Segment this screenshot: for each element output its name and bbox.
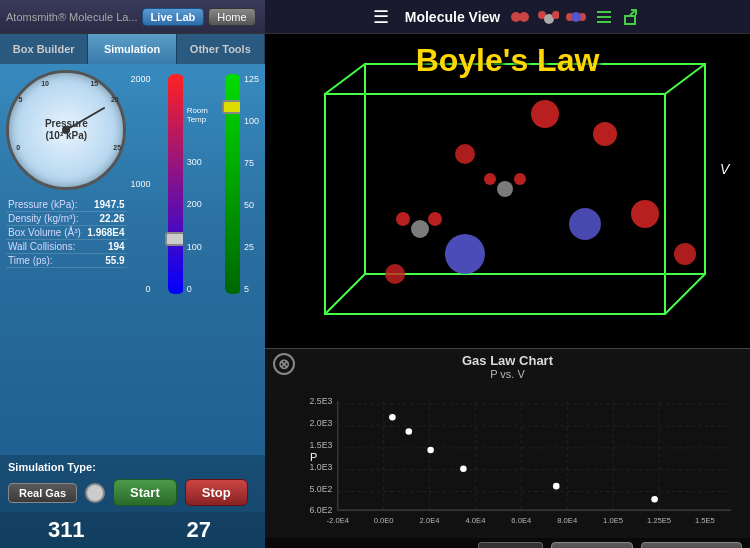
molecule-view: Boyle's Law (265, 34, 750, 548)
chart-overlay: ⊗ Gas Law Chart P vs. V 6.0E2 5.0E2 (265, 348, 750, 548)
chart-subtitle: P vs. V (462, 368, 553, 380)
stats-label: Pressure (kPa): (8, 199, 77, 210)
sim-toggle[interactable] (85, 483, 105, 503)
svg-text:1.0E5: 1.0E5 (603, 516, 623, 525)
svg-point-28 (411, 220, 429, 238)
home-button[interactable]: Home (208, 8, 255, 26)
stop-button[interactable]: Stop (185, 479, 248, 506)
boyles-law-title: Boyle's Law (416, 42, 600, 79)
top-bar: Atomsmith® Molecule La... Live Lab Home … (0, 0, 750, 34)
stats-row: Pressure (kPa):1947.5 (6, 198, 127, 212)
svg-point-69 (553, 483, 560, 490)
molecule-icon-1[interactable] (508, 5, 532, 29)
svg-point-68 (460, 465, 467, 472)
gauge-tick-5: 5 (18, 96, 22, 103)
svg-rect-10 (597, 21, 611, 23)
molecule-icon-3[interactable] (564, 5, 588, 29)
chart-header: ⊗ Gas Law Chart P vs. V (265, 349, 750, 384)
svg-point-23 (631, 200, 659, 228)
svg-point-1 (519, 12, 529, 22)
start-button[interactable]: Start (113, 479, 177, 506)
svg-text:1.5E5: 1.5E5 (695, 516, 715, 525)
chart-title-block: Gas Law Chart P vs. V (462, 353, 553, 380)
bottom-controls: Simulation Type: Real Gas Start Stop (0, 455, 265, 512)
svg-text:2.0E4: 2.0E4 (420, 516, 441, 525)
gauge-center-dot (62, 126, 70, 134)
stats-row: Time (ps):55.9 (6, 254, 127, 268)
top-bar-left: Atomsmith® Molecule La... Live Lab Home (0, 0, 265, 33)
plot-point-button[interactable]: Plot a Point (551, 542, 634, 548)
real-gas-button[interactable]: Real Gas (8, 483, 77, 503)
svg-point-25 (385, 264, 405, 284)
sim-type-label: Simulation Type: (8, 461, 96, 473)
bottom-number-left: 311 (0, 512, 133, 548)
stats-label: Box Volume (Å³) (8, 227, 81, 238)
box-scale-col: 125 100 75 50 25 5 (242, 74, 259, 294)
gauge-tick-20: 20 (111, 96, 119, 103)
svg-text:1.5E3: 1.5E3 (309, 440, 332, 450)
bottom-numbers: 311 27 (0, 512, 265, 548)
start-stop-row: Real Gas Start Stop (8, 479, 257, 506)
svg-point-21 (593, 122, 617, 146)
svg-text:2.5E3: 2.5E3 (309, 396, 332, 406)
tab-box-builder[interactable]: Box Builder (0, 34, 88, 64)
svg-point-7 (571, 12, 581, 22)
hamburger-icon[interactable]: ☰ (365, 6, 397, 28)
sim-type-row: Simulation Type: (8, 461, 257, 473)
stats-label: Wall Collisions: (8, 241, 75, 252)
export-icon[interactable] (620, 5, 644, 29)
gauge-tick-15: 15 (90, 80, 98, 87)
svg-text:0.0E0: 0.0E0 (374, 516, 394, 525)
temp-slider-thumb[interactable] (165, 232, 183, 246)
svg-text:1.0E3: 1.0E3 (309, 462, 332, 472)
stats-value: 194 (108, 241, 125, 252)
top-icons (508, 5, 644, 29)
svg-rect-35 (305, 390, 742, 532)
chart-title: Gas Law Chart (462, 353, 553, 368)
svg-text:8.0E4: 8.0E4 (557, 516, 578, 525)
stats-row: Wall Collisions:194 (6, 240, 127, 254)
svg-point-29 (396, 212, 410, 226)
chart-svg: 6.0E2 5.0E2 1.0E3 1.5E3 2.0E3 2.5E3 -2.0… (305, 388, 742, 534)
plot-type-select[interactable]: P vs. V (478, 542, 543, 548)
stats-value: 1.968E4 (87, 227, 124, 238)
svg-rect-11 (625, 16, 635, 24)
clear-chart-button[interactable]: Clear the Chart (641, 542, 742, 548)
svg-point-67 (427, 447, 434, 454)
tab-other-tools[interactable]: Other Tools (177, 34, 265, 64)
svg-text:P: P (310, 451, 317, 463)
molecule-view-title: Molecule View (405, 9, 500, 25)
list-icon[interactable] (592, 5, 616, 29)
stats-value: 55.9 (105, 255, 124, 266)
chart-area: 6.0E2 5.0E2 1.0E3 1.5E3 2.0E3 2.5E3 -2.0… (265, 384, 750, 538)
gauge-tick-25: 25 (113, 144, 121, 151)
live-lab-button[interactable]: Live Lab (142, 8, 205, 26)
svg-text:-2.0E4: -2.0E4 (327, 516, 350, 525)
sim-content: Pressure (10² kPa) 0 5 10 15 20 25 Press… (0, 64, 265, 455)
gauge-tick-10: 10 (41, 80, 49, 87)
right-panel: Boyle's Law (265, 34, 750, 548)
top-bar-center: ☰ Molecule View (265, 5, 750, 29)
chart-close-button[interactable]: ⊗ (273, 353, 295, 375)
svg-text:6.0E4: 6.0E4 (511, 516, 532, 525)
stats-table: Pressure (kPa):1947.5Density (kg/m³):22.… (6, 198, 127, 268)
pressure-gauge: Pressure (10² kPa) 0 5 10 15 20 25 (6, 70, 126, 190)
tab-simulation[interactable]: Simulation (88, 34, 176, 64)
svg-point-66 (406, 428, 413, 435)
svg-text:1.25E5: 1.25E5 (647, 516, 671, 525)
stats-value: 22.26 (100, 213, 125, 224)
stats-row: Box Volume (Å³)1.968E4 (6, 226, 127, 240)
svg-point-24 (674, 243, 696, 265)
stats-label: Time (ps): (8, 255, 53, 266)
svg-point-22 (455, 144, 475, 164)
stats-label: Density (kg/m³): (8, 213, 79, 224)
temp-scale-col: 2000 1000 0 (131, 74, 151, 294)
box-slider-thumb[interactable] (222, 100, 240, 114)
box-slider-track (225, 74, 240, 294)
gauge-section: Pressure (10² kPa) 0 5 10 15 20 25 Press… (6, 70, 127, 449)
room-temp-label: RoomTemp (187, 106, 208, 124)
close-icon: ⊗ (278, 356, 290, 372)
svg-text:4.0E4: 4.0E4 (465, 516, 486, 525)
left-panel: Box Builder Simulation Other Tools Press… (0, 34, 265, 548)
molecule-icon-2[interactable] (536, 5, 560, 29)
